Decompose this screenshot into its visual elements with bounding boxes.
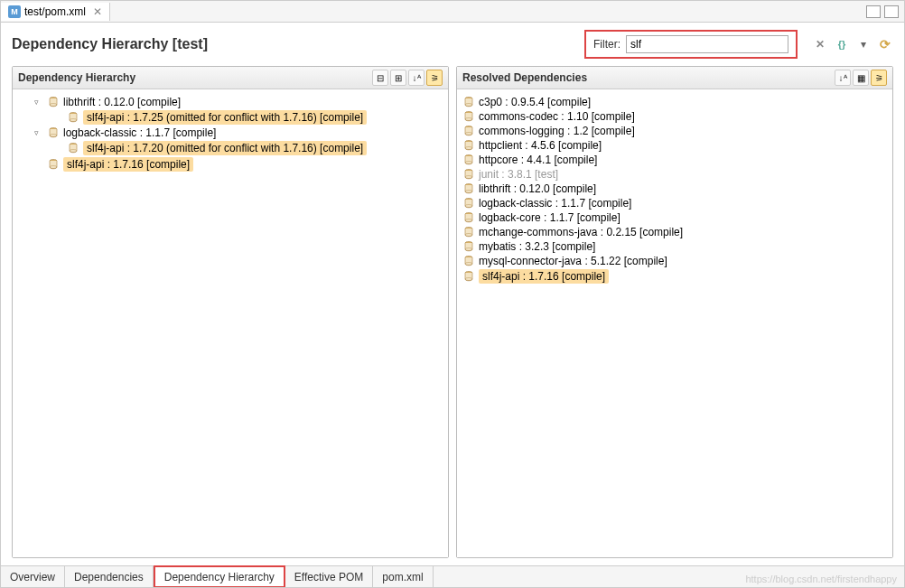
left-panel-header: Dependency Hierarchy ⊟ ⊞ ↓ᴬ ⚞ — [13, 67, 448, 89]
window-controls — [866, 5, 904, 18]
jar-icon — [462, 226, 475, 238]
dependency-label: junit : 3.8.1 [test] — [479, 168, 558, 181]
list-item[interactable]: logback-classic : 1.1.7 [compile] — [461, 196, 889, 210]
expander-icon[interactable]: ▿ — [34, 128, 43, 137]
resolved-dependencies-panel: Resolved Dependencies ↓ᴬ ▦ ⚞ c3p0 : 0.9.… — [456, 66, 893, 558]
brackets-icon[interactable] — [834, 36, 850, 52]
dependency-label: logback-core : 1.1.7 [compile] — [479, 211, 620, 224]
tab-overview[interactable]: Overview — [1, 566, 65, 587]
dependency-label: mchange-commons-java : 0.2.15 [compile] — [479, 226, 683, 238]
file-tab-label: test/pom.xml — [24, 5, 86, 18]
tree-row[interactable]: slf4j-api : 1.7.25 (omitted for conflict… — [16, 109, 444, 126]
title-toolbar — [805, 36, 893, 52]
jar-icon — [47, 96, 60, 108]
dependency-label: commons-codec : 1.10 [compile] — [479, 110, 635, 123]
left-panel-body[interactable]: ▿libthrift : 0.12.0 [compile]slf4j-api :… — [13, 89, 448, 557]
jar-icon — [47, 126, 60, 139]
bottom-tab-bar: OverviewDependenciesDependency Hierarchy… — [1, 565, 904, 587]
dependency-label: libthrift : 0.12.0 [compile] — [479, 182, 596, 195]
jar-icon — [462, 168, 475, 181]
close-icon[interactable]: ✕ — [93, 5, 102, 18]
refresh-icon[interactable] — [877, 36, 893, 52]
list-item[interactable]: commons-logging : 1.2 [compile] — [461, 124, 889, 138]
jar-icon — [462, 96, 475, 108]
filter-label: Filter: — [593, 38, 620, 51]
sort-icon[interactable]: ↓ᴬ — [835, 70, 851, 86]
expander-icon[interactable]: ▿ — [34, 98, 43, 107]
dependency-hierarchy-panel: Dependency Hierarchy ⊟ ⊞ ↓ᴬ ⚞ ▿libthrift… — [12, 66, 449, 558]
filter-toggle-icon[interactable]: ⚞ — [426, 70, 443, 86]
right-panel-tools: ↓ᴬ ▦ ⚞ — [835, 70, 887, 86]
maven-file-icon: M — [8, 5, 21, 18]
jar-icon — [462, 240, 475, 253]
dependency-label: mysql-connector-java : 5.1.22 [compile] — [479, 255, 667, 267]
list-item[interactable]: httpcore : 4.4.1 [compile] — [461, 153, 889, 167]
dependency-label: commons-logging : 1.2 [compile] — [479, 125, 635, 137]
jar-icon — [67, 142, 79, 154]
jar-icon — [462, 255, 475, 267]
list-item[interactable]: mybatis : 3.2.3 [compile] — [461, 239, 889, 254]
right-panel-header: Resolved Dependencies ↓ᴬ ▦ ⚞ — [457, 67, 892, 89]
maximize-button[interactable] — [884, 5, 899, 18]
tab-effective-pom[interactable]: Effective POM — [285, 566, 373, 587]
expand-all-icon[interactable]: ⊞ — [390, 70, 406, 86]
minimize-button[interactable] — [866, 5, 881, 18]
title-row: Dependency Hierarchy [test] Filter: — [1, 23, 904, 66]
jar-icon — [462, 139, 475, 152]
dependency-label: logback-classic : 1.1.7 [compile] — [63, 126, 216, 139]
jar-icon — [462, 125, 475, 137]
jar-icon — [67, 111, 79, 124]
jar-icon — [462, 211, 475, 224]
page-title: Dependency Hierarchy [test] — [12, 36, 208, 52]
list-item[interactable]: libthrift : 0.12.0 [compile] — [461, 182, 889, 196]
list-item[interactable]: mchange-commons-java : 0.2.15 [compile] — [461, 225, 889, 239]
jar-icon — [47, 158, 60, 171]
panels-container: Dependency Hierarchy ⊟ ⊞ ↓ᴬ ⚞ ▿libthrift… — [1, 66, 904, 565]
tree-row[interactable]: slf4j-api : 1.7.16 [compile] — [16, 156, 444, 173]
tab-pom-xml[interactable]: pom.xml — [373, 566, 433, 587]
jar-icon — [462, 197, 475, 210]
list-item[interactable]: c3p0 : 0.9.5.4 [compile] — [461, 95, 889, 109]
tab-dependency-hierarchy[interactable]: Dependency Hierarchy — [154, 565, 285, 588]
dependency-label: slf4j-api : 1.7.20 (omitted for conflict… — [83, 141, 367, 155]
list-item[interactable]: mysql-connector-java : 5.1.22 [compile] — [461, 254, 889, 268]
editor-tab-bar: M test/pom.xml ✕ — [1, 1, 904, 23]
watermark: https://blog.csdn.net/firstendhappy — [745, 574, 897, 584]
dependency-label: libthrift : 0.12.0 [compile] — [63, 96, 181, 108]
filter-input[interactable] — [626, 35, 788, 53]
list-item[interactable]: slf4j-api : 1.7.16 [compile] — [461, 268, 889, 285]
list-item[interactable]: httpclient : 4.5.6 [compile] — [461, 138, 889, 153]
dependency-label: mybatis : 3.2.3 [compile] — [479, 240, 595, 253]
tab-dependencies[interactable]: Dependencies — [65, 566, 154, 587]
collapse-all-icon[interactable]: ⊟ — [372, 70, 388, 86]
left-panel-tools: ⊟ ⊞ ↓ᴬ ⚞ — [372, 70, 443, 86]
filter-toggle-icon[interactable]: ⚞ — [871, 70, 887, 86]
jar-icon — [462, 154, 475, 166]
left-panel-title: Dependency Hierarchy — [18, 71, 135, 84]
dependency-label: c3p0 : 0.9.5.4 [compile] — [479, 96, 591, 108]
tree-row[interactable]: slf4j-api : 1.7.20 (omitted for conflict… — [16, 140, 444, 156]
sort-icon[interactable]: ↓ᴬ — [408, 70, 425, 86]
right-panel-body[interactable]: c3p0 : 0.9.5.4 [compile]commons-codec : … — [457, 89, 892, 557]
clear-filter-icon[interactable] — [812, 36, 828, 52]
filter-box: Filter: — [584, 30, 798, 59]
dependency-label: slf4j-api : 1.7.25 (omitted for conflict… — [83, 110, 367, 125]
dependency-label: logback-classic : 1.1.7 [compile] — [479, 197, 631, 210]
dropdown-icon[interactable] — [855, 36, 872, 52]
file-tab[interactable]: M test/pom.xml ✕ — [1, 3, 110, 21]
group-icon[interactable]: ▦ — [853, 70, 869, 86]
jar-icon — [462, 182, 475, 195]
dependency-label: slf4j-api : 1.7.16 [compile] — [479, 269, 609, 284]
jar-icon — [462, 110, 475, 123]
list-item[interactable]: logback-core : 1.1.7 [compile] — [461, 210, 889, 225]
jar-icon — [462, 270, 475, 283]
list-item[interactable]: commons-codec : 1.10 [compile] — [461, 109, 889, 124]
list-item[interactable]: junit : 3.8.1 [test] — [461, 167, 889, 182]
right-panel-title: Resolved Dependencies — [462, 71, 587, 84]
tree-row[interactable]: ▿logback-classic : 1.1.7 [compile] — [16, 126, 444, 140]
dependency-label: slf4j-api : 1.7.16 [compile] — [63, 157, 193, 172]
dependency-label: httpcore : 4.4.1 [compile] — [479, 154, 597, 166]
dependency-label: httpclient : 4.5.6 [compile] — [479, 139, 602, 152]
tree-row[interactable]: ▿libthrift : 0.12.0 [compile] — [16, 95, 444, 109]
